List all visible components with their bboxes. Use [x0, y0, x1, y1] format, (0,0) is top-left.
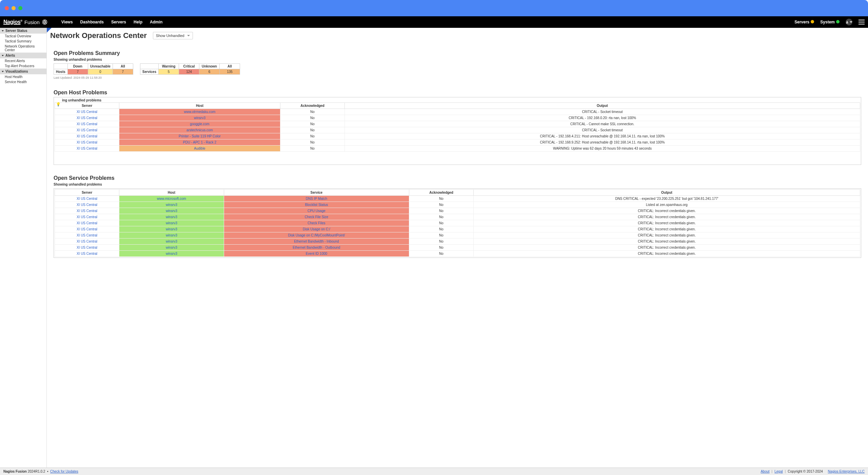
server-link[interactable]: XI US Central [77, 203, 97, 207]
mac-minimize-button[interactable] [12, 6, 16, 10]
table-header[interactable]: Server [55, 103, 119, 109]
company-link[interactable]: Nagios Enterprises, LLC [828, 470, 865, 473]
service-link[interactable]: Disk Usage on C:/MyCoolMountPoint/ [288, 233, 345, 237]
server-link[interactable]: XI US Central [77, 147, 97, 150]
server-link[interactable]: XI US Central [77, 233, 97, 237]
service-link[interactable]: Check Files [308, 221, 325, 225]
host-link[interactable]: arstechnicus.com [186, 128, 213, 132]
sidebar-group-header[interactable]: Alerts [0, 53, 46, 58]
lightbulb-icon[interactable]: 💡 [56, 102, 61, 107]
mac-close-button[interactable] [5, 6, 9, 10]
service-link[interactable]: Ethernet Bandwidth - Outbound [293, 246, 340, 249]
sidebar-item[interactable]: Tactical Summary [0, 39, 46, 44]
sidebar-group-header[interactable]: Server Status [0, 28, 46, 34]
sidebar-item[interactable]: Network Operations Center [0, 44, 46, 53]
nav-servers[interactable]: Servers [111, 20, 126, 24]
service-problems-title: Open Service Problems [54, 175, 861, 181]
output-cell: Listed at zen.spamhaus.org [474, 202, 860, 208]
host-link[interactable]: winsrv3 [166, 209, 177, 213]
host-link[interactable]: winsrv3 [166, 203, 177, 207]
server-link[interactable]: XI US Central [77, 227, 97, 231]
server-link[interactable]: XI US Central [77, 240, 97, 243]
service-link[interactable]: Check File Size [305, 215, 328, 219]
table-header[interactable]: Host [119, 190, 224, 196]
sidebar-item[interactable]: Service Health [0, 79, 46, 84]
server-link[interactable]: XI US Central [77, 122, 97, 126]
server-link[interactable]: XI US Central [77, 221, 97, 225]
host-link[interactable]: www.otrmedaku.com [184, 110, 216, 114]
mac-zoom-button[interactable] [18, 6, 22, 10]
host-cell: winsrv3 [119, 115, 280, 121]
user-menu-button[interactable] [846, 19, 852, 25]
last-updated: Last Updated: 2024-05-29 11:58:20 [54, 76, 861, 79]
table-header[interactable]: Output [474, 190, 860, 196]
host-link[interactable]: Audible [194, 147, 205, 150]
host-link[interactable]: winsrv3 [166, 227, 177, 231]
output-cell: DNS CRITICAL - expected '23.200.225.251'… [474, 196, 860, 202]
server-link[interactable]: XI US Central [77, 116, 97, 120]
server-link[interactable]: XI US Central [77, 140, 97, 144]
server-link[interactable]: XI US Central [77, 209, 97, 213]
nav-views[interactable]: Views [61, 20, 73, 24]
host-link[interactable]: winsrv3 [166, 233, 177, 237]
hamburger-menu-button[interactable] [859, 20, 865, 24]
summary-value[interactable]: 124 [179, 69, 199, 75]
host-link[interactable]: winsrv3 [166, 246, 177, 249]
summary-value[interactable]: 135 [219, 69, 240, 75]
host-link[interactable]: googgle.com [190, 122, 209, 126]
server-link[interactable]: XI US Central [77, 246, 97, 249]
host-link[interactable]: winsrv3 [166, 215, 177, 219]
summary-value[interactable]: 6 [199, 69, 219, 75]
server-link[interactable]: XI US Central [77, 110, 97, 114]
sidebar-group-header[interactable]: Visualizations [0, 69, 46, 74]
about-link[interactable]: About [761, 470, 769, 473]
table-row: XI US Centralwinsrv3Ethernet Bandwidth -… [55, 239, 860, 245]
host-problems-title: Open Host Problems [54, 90, 861, 96]
sidebar-item[interactable]: Top Alert Producers [0, 63, 46, 69]
summary-value[interactable]: 5 [158, 69, 179, 75]
nav-system-status[interactable]: System [820, 20, 840, 24]
service-link[interactable]: DNS IP Match [306, 197, 327, 201]
nav-admin[interactable]: Admin [150, 20, 162, 24]
host-link[interactable]: winsrv3 [166, 221, 177, 225]
host-link[interactable]: Printer - Suite 119 HP Color [179, 134, 221, 138]
table-header[interactable]: Server [55, 190, 119, 196]
host-link[interactable]: winsrv3 [166, 240, 177, 243]
sidebar-item[interactable]: Host Health [0, 74, 46, 79]
summary-value[interactable]: 0 [88, 69, 113, 75]
nav-help[interactable]: Help [134, 20, 142, 24]
table-header[interactable]: Output [345, 103, 860, 109]
nav-servers-status[interactable]: Servers [794, 20, 814, 24]
table-header[interactable]: Host [119, 103, 280, 109]
footer-bullet: • [47, 470, 48, 473]
sidebar-item[interactable]: Tactical Overview [0, 34, 46, 39]
output-cell: CRITICAL: Incorrect credentials given. [474, 232, 860, 239]
server-link[interactable]: XI US Central [77, 252, 97, 255]
table-header[interactable]: Acknowledged [409, 190, 474, 196]
service-link[interactable]: Event ID 1000 [306, 252, 327, 255]
legal-link[interactable]: Legal [774, 470, 783, 473]
filter-select[interactable]: Show Unhandled [153, 32, 193, 39]
summary-value[interactable]: 7 [67, 69, 88, 75]
server-link[interactable]: XI US Central [77, 215, 97, 219]
logo[interactable]: Nagios® Fusion [3, 19, 48, 25]
server-link[interactable]: XI US Central [77, 197, 97, 201]
nav-dashboards[interactable]: Dashboards [80, 20, 104, 24]
sidebar-item[interactable]: Recent Alerts [0, 58, 46, 63]
table-header[interactable]: Acknowledged [280, 103, 345, 109]
nav-servers-status-label: Servers [794, 20, 809, 24]
service-link[interactable]: Ethernet Bandwidth - Inbound [294, 240, 339, 243]
server-link[interactable]: XI US Central [77, 134, 97, 138]
service-link[interactable]: Disk Usage on C:/ [303, 227, 330, 231]
output-cell: CRITICAL - 192.168.9.252: Host unreachab… [345, 139, 860, 146]
host-link[interactable]: winsrv3 [166, 252, 177, 255]
service-link[interactable]: Blocklist Status [305, 203, 328, 207]
summary-value[interactable]: 7 [113, 69, 133, 75]
service-link[interactable]: CPU Usage [308, 209, 326, 213]
check-updates-link[interactable]: Check for Updates [50, 470, 78, 473]
host-link[interactable]: winsrv3 [194, 116, 205, 120]
server-link[interactable]: XI US Central [77, 128, 97, 132]
table-header[interactable]: Service [224, 190, 409, 196]
host-link[interactable]: PDU - APC 1 - Rack 2 [183, 140, 216, 144]
host-link[interactable]: www.microsoft.com [157, 197, 186, 201]
